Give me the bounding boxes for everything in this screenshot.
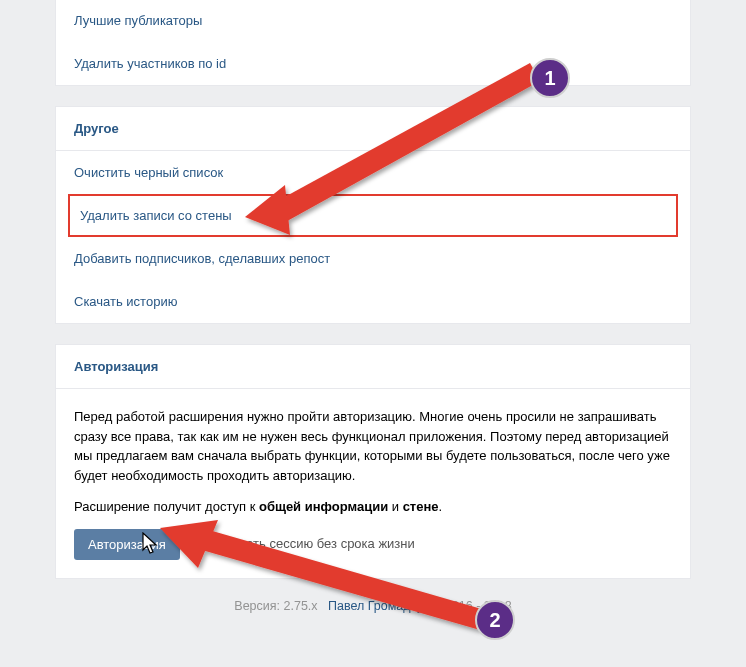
section-header-other: Другое [56,107,690,151]
list-item-add-repost-subscribers[interactable]: Добавить подписчиков, сделавших репост [56,237,690,280]
auth-intro-text: Перед работой расширения нужно пройти ав… [74,407,672,485]
section-header-auth: Авторизация [56,345,690,389]
list-item-download-history[interactable]: Скачать историю [56,280,690,323]
list-item-delete-wall-posts[interactable]: Удалить записи со стены [74,198,672,233]
list-item-delete-members-by-id[interactable]: Удалить участников по id [56,42,690,85]
session-no-expiry-checkbox[interactable] [188,537,202,551]
auth-access-text: Расширение получит доступ к общей информ… [74,497,672,517]
list-item-best-publishers[interactable]: Лучшие публикаторы [56,0,690,42]
session-no-expiry-label: - сделать сессию без срока жизни [210,534,415,554]
auth-button[interactable]: Авторизация [74,529,180,560]
list-item-clear-blacklist[interactable]: Очистить черный список [56,151,690,194]
footer-author-link[interactable]: Павел Громадчук [328,599,429,613]
footer-text: Версия: 2.75.x Павел Громадчук © 2016 - … [55,599,691,613]
